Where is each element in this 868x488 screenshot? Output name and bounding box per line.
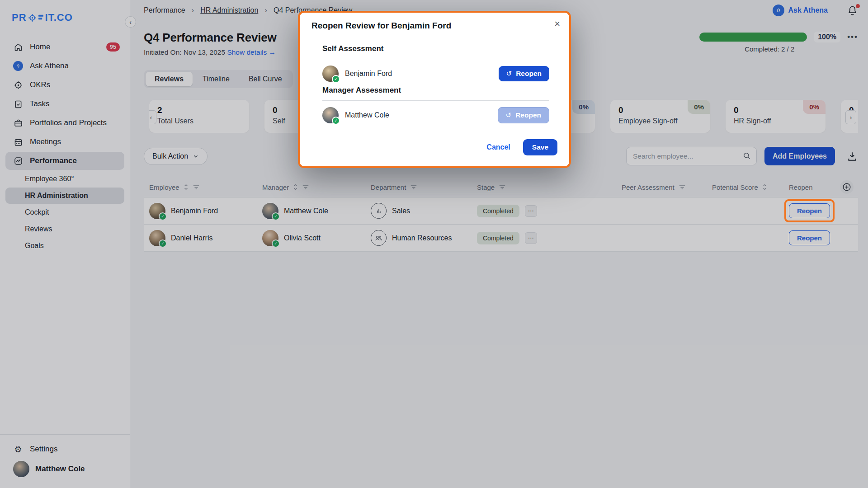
sidebar-item-okrs[interactable]: OKRs: [5, 76, 124, 94]
department-cell: Sales: [365, 203, 472, 219]
cards-scroll-left-button[interactable]: [149, 110, 156, 124]
table-row-daniel-harris[interactable]: Daniel Harris Olivia Scott Human Resourc…: [144, 225, 858, 252]
tab-reviews[interactable]: Reviews: [146, 72, 193, 86]
stat-card-employee-sign-off: 0 Employee Sign-off 0%: [610, 100, 710, 133]
bulk-action-label: Bulk Action: [152, 152, 188, 160]
close-icon[interactable]: [554, 19, 560, 29]
sidebar-item-label: OKRs: [30, 80, 50, 89]
sidebar-item-employee-360[interactable]: Employee 360°: [5, 171, 124, 187]
sort-icon[interactable]: [762, 183, 767, 191]
sidebar-item-hr-administration[interactable]: HR Administration: [5, 188, 124, 204]
filter-icon[interactable]: [410, 184, 417, 190]
home-notification-badge: 95: [106, 42, 120, 52]
sidebar-item-settings[interactable]: Settings: [5, 440, 124, 458]
sidebar-item-portfolios[interactable]: Portfolios and Projects: [5, 114, 124, 132]
avatar: [262, 203, 278, 219]
logo-f-bars-icon: [38, 13, 44, 22]
undo-icon: [506, 70, 512, 78]
notifications-bell-icon[interactable]: [847, 5, 858, 16]
employee-search: [626, 147, 757, 165]
sidebar-item-reviews[interactable]: Reviews: [5, 221, 124, 237]
sidebar-user[interactable]: Matthew Cole: [5, 458, 124, 480]
tab-timeline[interactable]: Timeline: [193, 72, 239, 86]
filter-icon[interactable]: [679, 184, 686, 190]
table-row-benjamin-ford[interactable]: Benjamin Ford Matthew Cole Sales Complet…: [144, 197, 858, 225]
employee-cell: Daniel Harris: [144, 230, 257, 246]
reopen-manager-button[interactable]: Reopen: [498, 107, 549, 123]
add-employees-button[interactable]: Add Employees: [764, 147, 835, 165]
sidebar-item-cockpit[interactable]: Cockpit: [5, 204, 124, 221]
breadcrumb-separator-icon: [192, 6, 194, 15]
column-label: Potential Score: [712, 183, 758, 191]
ask-athena-label: Ask Athena: [788, 6, 828, 14]
reopen-button[interactable]: Reopen: [789, 230, 830, 245]
stat-percent-badge: 0%: [688, 100, 710, 114]
ask-athena-button[interactable]: Ask Athena: [773, 5, 828, 16]
sidebar-item-label: Tasks: [30, 99, 49, 108]
filter-icon[interactable]: [302, 184, 309, 190]
download-icon[interactable]: [846, 150, 858, 162]
add-column-icon[interactable]: [840, 180, 854, 194]
column-label: Peer Assessment: [622, 183, 675, 191]
sidebar-item-meetings[interactable]: Meetings: [5, 133, 124, 151]
sidebar-item-ask-athena[interactable]: Ask Athena: [5, 57, 124, 75]
reviews-table: Employee Manager Department Stage: [144, 177, 858, 252]
sales-department-icon: [371, 203, 387, 219]
reopen-button-label: Reopen: [516, 70, 542, 78]
sidebar-item-tasks[interactable]: Tasks: [5, 95, 124, 113]
initiated-on-label: Initiated On: Nov 13, 2025: [144, 48, 225, 56]
tab-bell-curve[interactable]: Bell Curve: [240, 72, 291, 86]
logo-text-pr: PR: [12, 12, 27, 23]
table-header-row: Employee Manager Department Stage: [144, 177, 858, 197]
review-tabs: Reviews Timeline Bell Curve: [144, 70, 293, 88]
filter-icon[interactable]: [193, 184, 200, 190]
sidebar-item-home[interactable]: Home 95: [5, 38, 124, 56]
initiated-meta: Initiated On: Nov 13, 2025 Show details …: [144, 48, 277, 56]
cards-scroll-right-button[interactable]: [845, 110, 856, 124]
breadcrumb-separator-icon: [264, 6, 267, 15]
performance-subnav: Employee 360° HR Administration Cockpit …: [0, 171, 130, 254]
person-name: Benjamin Ford: [345, 70, 392, 78]
breadcrumb-hr-administration[interactable]: HR Administration: [200, 6, 258, 14]
section-divider: [322, 59, 549, 59]
clipboard-check-icon: [13, 99, 23, 109]
manager-cell: Matthew Cole: [257, 203, 365, 219]
stat-card-total-users: 2 Total Users: [149, 100, 249, 133]
reopen-button[interactable]: Reopen: [789, 203, 830, 218]
stage-more-menu[interactable]: [525, 205, 537, 217]
notification-dot: [856, 4, 860, 8]
sidebar-item-label: Portfolios and Projects: [30, 118, 107, 127]
avatar: [149, 203, 165, 219]
sidebar-item-performance[interactable]: Performance: [5, 152, 124, 170]
save-button[interactable]: Save: [523, 139, 557, 155]
filter-icon[interactable]: [499, 184, 506, 190]
athena-icon: [13, 61, 23, 71]
column-header-peer-assessment: Peer Assessment: [616, 183, 707, 191]
completed-count: Completed: 2 / 2: [699, 45, 840, 53]
search-input[interactable]: [626, 147, 757, 165]
bulk-action-dropdown[interactable]: Bulk Action: [144, 148, 208, 165]
header-more-menu[interactable]: •••: [847, 33, 858, 42]
column-header-department: Department: [365, 183, 472, 191]
column-label: Manager: [262, 183, 289, 191]
person-name: Matthew Cole: [345, 111, 389, 119]
stat-label: HR Sign-off: [734, 117, 826, 125]
stage-more-menu[interactable]: [525, 232, 537, 244]
column-header-reopen: Reopen: [783, 183, 835, 191]
department-cell: Human Resources: [365, 230, 472, 246]
profit-co-logo[interactable]: PR IT.CO: [0, 0, 130, 23]
sidebar-spacer: [0, 254, 130, 434]
avatar: [149, 230, 165, 246]
sort-icon[interactable]: [184, 183, 189, 191]
breadcrumb-performance[interactable]: Performance: [144, 6, 185, 14]
undo-icon: [506, 111, 512, 119]
sidebar-item-goals[interactable]: Goals: [5, 238, 124, 254]
cancel-button[interactable]: Cancel: [486, 143, 510, 151]
sidebar-collapse-button[interactable]: [125, 16, 136, 28]
column-header-stage: Stage: [472, 183, 616, 191]
reopen-self-button[interactable]: Reopen: [499, 66, 549, 81]
calendar-icon: [13, 137, 23, 147]
show-details-link[interactable]: Show details →: [227, 48, 276, 56]
progress-percentage: 100%: [814, 32, 840, 42]
sort-icon[interactable]: [293, 183, 298, 191]
